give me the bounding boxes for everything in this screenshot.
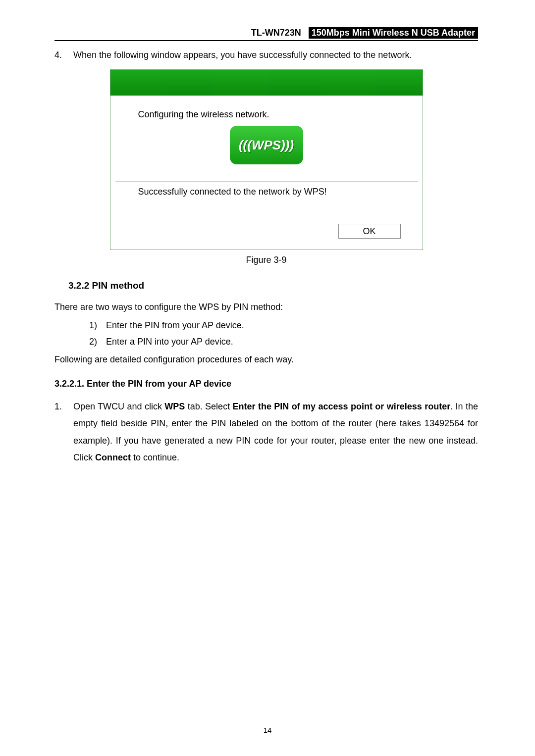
dialog-body: Configuring the wireless network. (((WPS… <box>110 96 423 181</box>
dialog-titlebar <box>110 70 423 96</box>
header-desc: 150Mbps Mini Wireless N USB Adapter <box>309 27 478 39</box>
section-3-2-2-heading: 3.2.2 PIN method <box>68 280 478 291</box>
step-1-row: 1. Open TWCU and click WPS tab. Select E… <box>54 398 478 466</box>
pin-methods-list: 1) Enter the PIN from your AP device. 2)… <box>89 317 478 350</box>
list-item: 1) Enter the PIN from your AP device. <box>89 317 478 334</box>
wps-bold: WPS <box>164 402 185 411</box>
text-frag: tab. Select <box>185 402 232 411</box>
wps-badge-wrap: (((WPS))) <box>138 126 395 164</box>
list-item: 2) Enter a PIN into your AP device. <box>89 334 478 350</box>
text-frag: to continue. <box>131 453 179 462</box>
following-line: Following are detailed configuration pro… <box>54 353 478 367</box>
configuring-text: Configuring the wireless network. <box>138 109 395 120</box>
step-1-number: 1. <box>54 398 73 466</box>
figure-caption: Figure 3-9 <box>54 255 478 265</box>
step-1-text: Open TWCU and click WPS tab. Select Ente… <box>73 398 478 466</box>
page-number: 14 <box>0 726 535 734</box>
list-item-number: 1) <box>89 318 106 333</box>
wps-label: (((WPS))) <box>239 138 294 153</box>
enter-pin-bold: Enter the PIN of my access point or wire… <box>233 402 451 411</box>
wps-dialog: Configuring the wireless network. (((WPS… <box>110 69 423 250</box>
ok-button[interactable]: OK <box>338 224 401 239</box>
connect-bold: Connect <box>95 453 131 462</box>
step-4-number: 4. <box>54 50 73 60</box>
step-4-row: 4. When the following window appears, yo… <box>54 50 478 60</box>
wps-icon: (((WPS))) <box>230 126 303 164</box>
dialog-wrapper: Configuring the wireless network. (((WPS… <box>54 69 478 250</box>
list-item-text: Enter a PIN into your AP device. <box>106 335 233 349</box>
section-3-2-2-1-heading: 3.2.2.1. Enter the PIN from your AP devi… <box>54 379 478 389</box>
step-4-text: When the following window appears, you h… <box>73 50 478 60</box>
dialog-footer: OK <box>110 219 423 250</box>
list-item-number: 2) <box>89 335 106 349</box>
success-text: Successfully connected to the network by… <box>110 182 423 219</box>
text-frag: Open TWCU and click <box>73 402 164 411</box>
list-item-text: Enter the PIN from your AP device. <box>106 318 244 333</box>
header-model: TL-WN723N <box>249 27 303 39</box>
page-header: TL-WN723N 150Mbps Mini Wireless N USB Ad… <box>54 27 478 41</box>
intro-line: There are two ways to configure the WPS … <box>54 300 478 314</box>
